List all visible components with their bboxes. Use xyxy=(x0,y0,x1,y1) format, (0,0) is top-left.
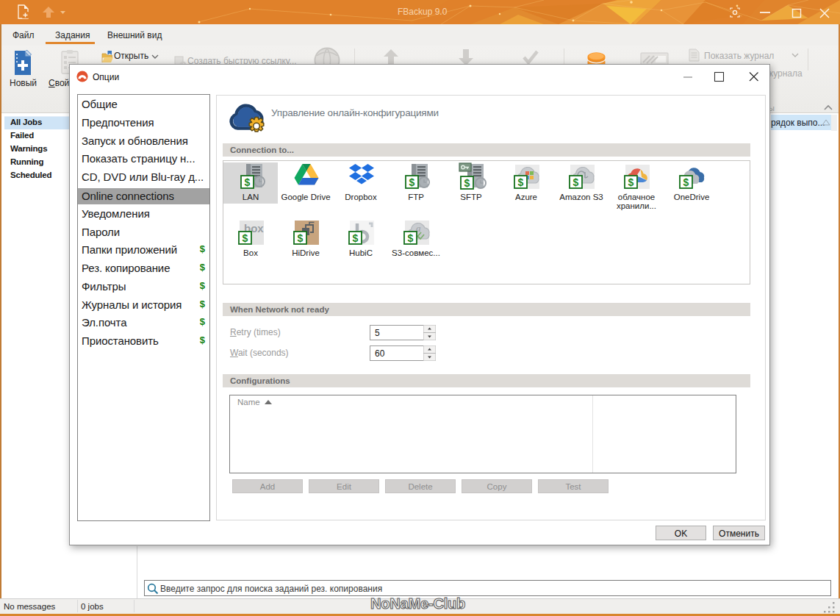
svg-text:NoNaMe-Club: NoNaMe-Club xyxy=(370,595,465,612)
